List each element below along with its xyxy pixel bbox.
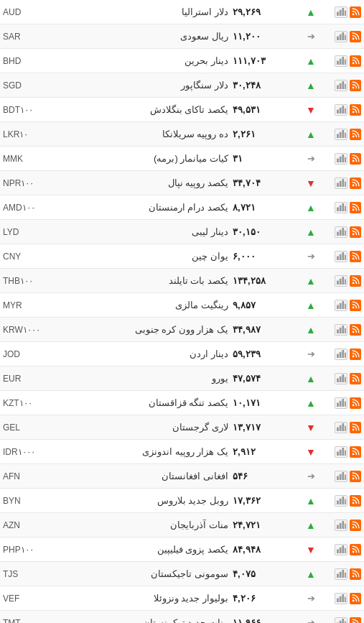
- svg-rect-51: [337, 257, 339, 261]
- currency-code: MYR: [3, 300, 55, 310]
- rss-icon[interactable]: [350, 153, 361, 165]
- chart-icon[interactable]: [335, 177, 347, 189]
- chart-icon[interactable]: [335, 129, 347, 140]
- svg-point-35: [352, 185, 354, 187]
- chart-icon[interactable]: [335, 446, 347, 458]
- svg-rect-107: [339, 523, 341, 529]
- svg-rect-41: [337, 208, 339, 212]
- trend-indicator: ▲: [301, 6, 321, 18]
- svg-rect-13: [342, 57, 344, 65]
- svg-rect-69: [345, 328, 346, 333]
- rss-icon[interactable]: [350, 251, 361, 262]
- svg-point-20: [352, 111, 354, 114]
- svg-point-5: [352, 38, 354, 40]
- chart-icon[interactable]: [335, 300, 347, 311]
- rss-icon[interactable]: [350, 104, 361, 116]
- row-icons: [321, 349, 361, 360]
- rss-icon[interactable]: [350, 495, 361, 507]
- chart-icon[interactable]: [335, 593, 347, 604]
- chart-icon[interactable]: [335, 104, 347, 116]
- row-icons: [321, 544, 361, 555]
- rss-icon[interactable]: [350, 593, 361, 604]
- rss-icon[interactable]: [350, 300, 361, 311]
- row-icons: [321, 275, 361, 287]
- rss-icon[interactable]: [350, 202, 361, 213]
- svg-rect-64: [345, 304, 346, 309]
- chart-icon[interactable]: [335, 80, 347, 91]
- currency-price: ۳۴,۷۰۴: [233, 177, 301, 188]
- currency-name: منات جدید ترکمنستان: [55, 617, 233, 623]
- svg-rect-76: [337, 379, 339, 383]
- rss-icon[interactable]: [350, 373, 361, 384]
- currency-price: ۱۳۴,۲۵۸: [233, 275, 301, 286]
- arrow-up-icon: ▲: [306, 300, 316, 311]
- rss-icon[interactable]: [350, 422, 361, 433]
- chart-icon[interactable]: [335, 251, 347, 262]
- rss-icon[interactable]: [350, 520, 361, 531]
- svg-rect-67: [339, 328, 341, 333]
- chart-icon[interactable]: [335, 55, 347, 67]
- svg-rect-112: [339, 548, 341, 553]
- rss-icon[interactable]: [350, 544, 361, 555]
- table-row: ▲۱۰,۱۷۱یکصد تنگه قزاقستانKZT۱۰۰: [0, 391, 364, 415]
- rss-icon[interactable]: [350, 568, 361, 580]
- rss-icon[interactable]: [350, 446, 361, 458]
- chart-icon[interactable]: [335, 495, 347, 507]
- rss-icon[interactable]: [350, 226, 361, 238]
- rss-icon[interactable]: [350, 471, 361, 482]
- svg-point-45: [352, 234, 354, 236]
- chart-icon[interactable]: [335, 422, 347, 433]
- svg-point-60: [352, 307, 354, 309]
- trend-indicator: ➔: [301, 31, 321, 42]
- chart-icon[interactable]: [335, 31, 347, 42]
- chart-icon[interactable]: [335, 202, 347, 213]
- arrow-down-icon: ▼: [306, 177, 316, 189]
- rss-icon[interactable]: [350, 349, 361, 360]
- row-icons: [321, 226, 361, 238]
- arrow-right-icon: ➔: [307, 593, 315, 604]
- currency-name: یک هزار روپیه اندونزی: [55, 446, 233, 457]
- svg-rect-93: [342, 448, 344, 456]
- rss-icon[interactable]: [350, 80, 361, 91]
- table-row: ➔۱۱,۲۰۰ریال سعودیSAR: [0, 24, 364, 49]
- rss-icon[interactable]: [350, 31, 361, 42]
- rss-icon[interactable]: [350, 324, 361, 336]
- chart-icon[interactable]: [335, 617, 347, 624]
- svg-rect-118: [342, 570, 344, 578]
- svg-rect-4: [345, 11, 346, 16]
- rss-icon[interactable]: [350, 129, 361, 140]
- trend-indicator: ▲: [301, 80, 321, 91]
- rss-icon[interactable]: [350, 177, 361, 189]
- rss-icon[interactable]: [350, 275, 361, 287]
- rss-icon[interactable]: [350, 617, 361, 624]
- table-row: ▲۴۷,۵۷۴یوروEUR: [0, 366, 364, 391]
- table-row: ▲۱۷,۳۶۲روبل جدید بلاروسBYN: [0, 489, 364, 513]
- rss-icon[interactable]: [350, 397, 361, 409]
- arrow-right-icon: ➔: [307, 251, 315, 262]
- chart-icon[interactable]: [335, 324, 347, 336]
- chart-icon[interactable]: [335, 6, 347, 18]
- svg-point-105: [352, 527, 354, 529]
- chart-icon[interactable]: [335, 397, 347, 409]
- chart-icon[interactable]: [335, 349, 347, 360]
- currency-code: THB۱۰۰: [3, 276, 55, 286]
- chart-icon[interactable]: [335, 153, 347, 165]
- chart-icon[interactable]: [335, 373, 347, 384]
- rss-icon[interactable]: [350, 55, 361, 67]
- svg-rect-22: [339, 108, 341, 114]
- chart-icon[interactable]: [335, 275, 347, 287]
- trend-indicator: ▼: [301, 544, 321, 555]
- currency-price: ۳۰,۱۵۰: [233, 226, 301, 237]
- trend-indicator: ➔: [301, 471, 321, 481]
- chart-icon[interactable]: [335, 471, 347, 482]
- chart-icon[interactable]: [335, 568, 347, 580]
- table-row: ▲۳۰,۲۴۸دلار سنگاپورSGD: [0, 73, 364, 98]
- chart-icon[interactable]: [335, 226, 347, 238]
- svg-point-40: [352, 209, 354, 211]
- rss-icon[interactable]: [350, 6, 361, 18]
- chart-icon[interactable]: [335, 520, 347, 531]
- svg-rect-96: [337, 476, 339, 481]
- chart-icon[interactable]: [335, 544, 347, 555]
- svg-rect-87: [339, 425, 341, 431]
- row-icons: [321, 397, 361, 409]
